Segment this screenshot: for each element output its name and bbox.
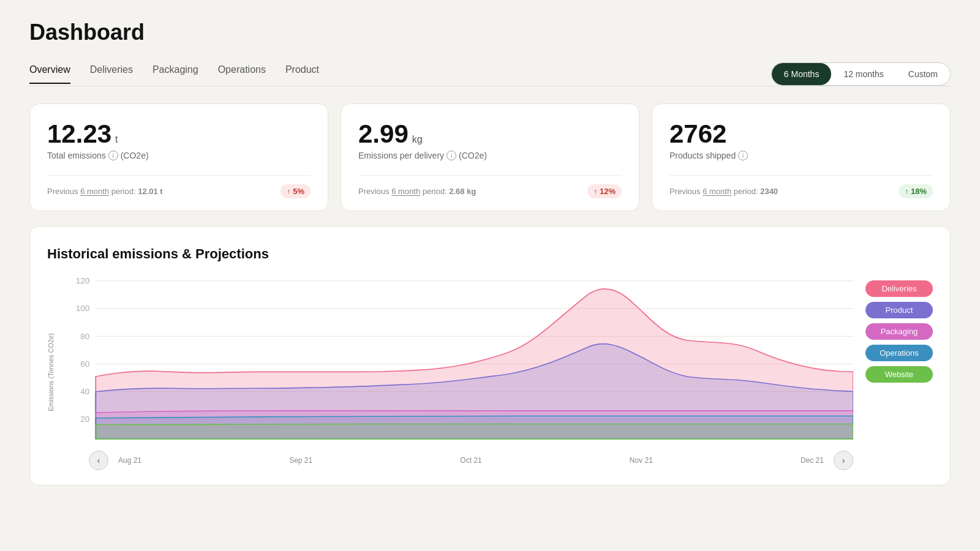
- chart-svg: 120 100 80 60 40 20: [59, 274, 853, 446]
- chart-card: Historical emissions & Projections Emiss…: [29, 226, 951, 485]
- chart-plot-area: 120 100 80 60 40 20: [59, 274, 853, 470]
- info-icon-per-delivery[interactable]: i: [447, 151, 456, 160]
- metric-main-value: 12.23 t: [47, 121, 311, 147]
- info-icon-products[interactable]: i: [738, 151, 748, 160]
- info-icon-emissions[interactable]: i: [108, 151, 118, 160]
- metric-card-total-emissions: 12.23 t Total emissions i (CO2e) Previou…: [29, 103, 328, 211]
- chart-title: Historical emissions & Projections: [47, 246, 933, 262]
- tab-overview[interactable]: Overview: [29, 64, 70, 84]
- metric-footer-per-delivery: Previous 6 month period: 2.68 kg ↑ 12%: [358, 175, 622, 198]
- metric-main-per-delivery: 2.99 kg: [358, 121, 622, 147]
- legend-packaging[interactable]: Packaging: [865, 323, 933, 340]
- chart-main: Emissions (Tonnes CO2e) 120: [47, 274, 853, 470]
- time-filter-group: 6 Months 12 months Custom: [771, 62, 951, 86]
- metrics-row: 12.23 t Total emissions i (CO2e) Previou…: [29, 103, 951, 211]
- x-axis-labels: Aug 21 Sep 21 Oct 21 Nov 21 Dec 21: [108, 456, 834, 465]
- metric-card-per-delivery: 2.99 kg Emissions per delivery i (CO2e) …: [341, 103, 639, 211]
- legend-deliveries[interactable]: Deliveries: [865, 280, 933, 297]
- metric-footer-emissions: Previous 6 month period: 12.01 t ↑ 5%: [47, 175, 311, 198]
- chart-svg-wrapper: Emissions (Tonnes CO2e) 120: [47, 274, 853, 470]
- badge-products: ↑ 18%: [899, 184, 933, 198]
- legend-website[interactable]: Website: [865, 366, 933, 383]
- metric-value-products: 2762: [669, 121, 726, 147]
- tab-operations[interactable]: Operations: [218, 64, 266, 84]
- metric-value-per-delivery: 2.99: [358, 121, 409, 147]
- svg-text:60: 60: [80, 360, 89, 369]
- svg-text:20: 20: [80, 415, 89, 424]
- y-axis-label: Emissions (Tonnes CO2e): [47, 333, 55, 411]
- metric-label-emissions: Total emissions i (CO2e): [47, 151, 311, 160]
- svg-text:120: 120: [76, 277, 90, 285]
- chart-prev-button[interactable]: ‹: [89, 451, 108, 470]
- arrow-up-icon-2: ↑: [594, 187, 597, 196]
- badge-per-delivery: ↑ 12%: [587, 184, 622, 198]
- nav-bar: Overview Deliveries Packaging Operations…: [29, 62, 951, 86]
- metric-card-products-shipped: 2762 Products shipped i Previous 6 month…: [652, 103, 951, 211]
- tab-product[interactable]: Product: [285, 64, 319, 84]
- metric-main-products: 2762: [669, 121, 933, 147]
- svg-text:40: 40: [80, 388, 89, 396]
- tab-deliveries[interactable]: Deliveries: [90, 64, 133, 84]
- chart-next-button[interactable]: ›: [834, 451, 853, 470]
- legend-operations[interactable]: Operations: [865, 345, 933, 361]
- metric-unit-emissions: t: [115, 134, 118, 145]
- badge-emissions: ↑ 5%: [281, 184, 311, 198]
- nav-tabs: Overview Deliveries Packaging Operations…: [29, 64, 319, 84]
- arrow-up-icon: ↑: [287, 187, 290, 196]
- svg-text:100: 100: [76, 304, 90, 313]
- metric-label-per-delivery: Emissions per delivery i (CO2e): [358, 151, 622, 160]
- x-axis-row: ‹ Aug 21 Sep 21 Oct 21 Nov 21 Dec 21 ›: [59, 451, 853, 470]
- metric-value-emissions: 12.23: [47, 121, 111, 147]
- filter-6months[interactable]: 6 Months: [772, 63, 832, 85]
- metric-unit-per-delivery: kg: [412, 134, 423, 145]
- tab-packaging[interactable]: Packaging: [153, 64, 198, 84]
- legend-product[interactable]: Product: [865, 302, 933, 318]
- svg-text:80: 80: [80, 332, 89, 340]
- chart-legend: Deliveries Product Packaging Operations …: [865, 274, 933, 383]
- arrow-up-icon-3: ↑: [905, 187, 908, 196]
- page-title: Dashboard: [29, 20, 951, 45]
- filter-12months[interactable]: 12 months: [831, 63, 895, 85]
- metric-label-products: Products shipped i: [669, 151, 933, 160]
- metric-footer-products: Previous 6 month period: 2340 ↑ 18%: [669, 175, 933, 198]
- filter-custom[interactable]: Custom: [896, 63, 950, 85]
- chart-area: Emissions (Tonnes CO2e) 120: [47, 274, 933, 470]
